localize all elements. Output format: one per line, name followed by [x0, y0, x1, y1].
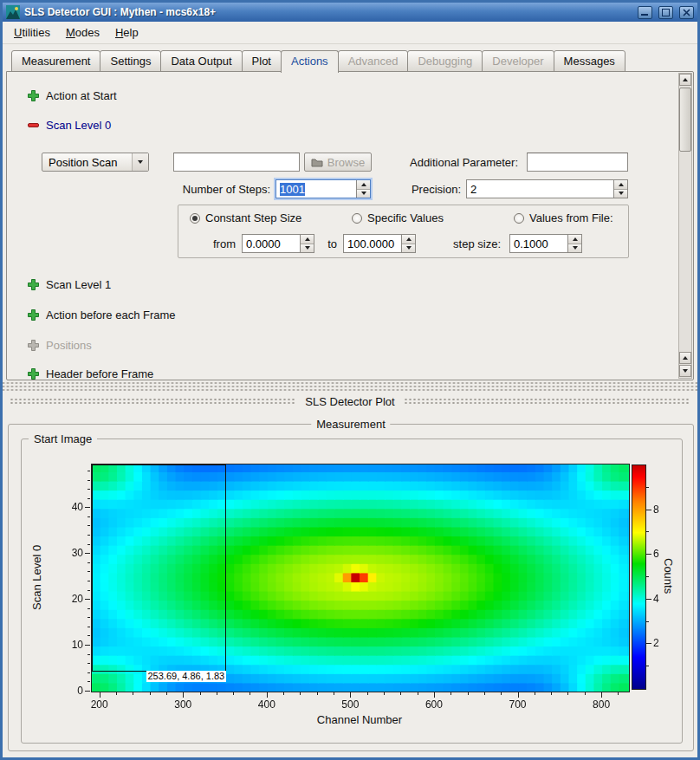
app-window: SLS Detector GUI : Mythen - mcs6x18+ Uti… — [0, 0, 700, 760]
y-minor-tick — [88, 635, 90, 636]
precision-label: Precision: — [383, 183, 461, 196]
from-spinbox[interactable]: 0.0000 — [242, 234, 314, 253]
expand-plus-icon[interactable] — [28, 90, 39, 101]
menu-modes[interactable]: Modes — [58, 23, 107, 42]
positions-label: Positions — [46, 339, 92, 352]
tab-actions[interactable]: Actions — [281, 50, 339, 73]
expand-plus-icon[interactable] — [28, 309, 39, 321]
scan-level-0-label[interactable]: Scan Level 0 — [46, 119, 111, 132]
x-minor-tick — [166, 692, 167, 695]
scan-level-0-row: Scan Level 0 — [28, 119, 111, 132]
tab-messages[interactable]: Messages — [554, 50, 625, 72]
scan-script-input[interactable] — [173, 153, 300, 172]
y-minor-tick — [88, 590, 90, 591]
additional-parameter-label: Additional Parameter: — [388, 156, 518, 169]
measurement-groupbox: Measurement Start Image Scan Level 0 253… — [8, 424, 694, 751]
spin-up-button[interactable] — [357, 180, 370, 189]
maximize-button[interactable] — [658, 6, 673, 19]
additional-parameter-input[interactable] — [527, 153, 628, 172]
splitter-handle[interactable] — [3, 381, 697, 392]
tab-settings[interactable]: Settings — [100, 50, 161, 72]
y-minor-tick — [88, 498, 90, 499]
x-tick — [350, 692, 351, 698]
scan-mode-select[interactable]: Position Scan — [42, 153, 149, 172]
scan-level-1-label[interactable]: Scan Level 1 — [46, 278, 111, 291]
scroll-up-button[interactable] — [679, 74, 691, 86]
spin-up-button[interactable] — [301, 235, 314, 244]
action-before-frame-row: Action before each Frame — [28, 309, 176, 322]
spin-down-button[interactable] — [402, 244, 415, 253]
spin-up-button[interactable] — [402, 235, 415, 244]
precision-spinbox[interactable]: 2 — [466, 179, 628, 198]
radio-dot[interactable] — [190, 213, 200, 224]
to-spinbox[interactable]: 100.0000 — [343, 234, 416, 253]
vertical-scrollbar[interactable] — [678, 73, 692, 379]
expand-plus-icon[interactable] — [28, 368, 39, 380]
x-tick-label: 600 — [419, 698, 449, 711]
expand-plus-icon[interactable] — [28, 279, 39, 290]
menu-utilities[interactable]: Utilities — [6, 23, 58, 42]
x-tick — [183, 692, 184, 698]
y-tick — [85, 599, 90, 600]
spin-down-button[interactable] — [357, 189, 370, 198]
scroll-up-button-2[interactable] — [679, 352, 691, 364]
x-minor-tick — [567, 692, 568, 695]
y-minor-tick — [88, 562, 90, 563]
y-axis-title: Scan Level 0 — [30, 464, 44, 691]
x-axis-title: Channel Number — [91, 713, 628, 726]
close-button[interactable] — [679, 6, 694, 19]
from-value[interactable]: 0.0000 — [243, 235, 300, 252]
y-minor-tick — [88, 681, 90, 682]
step-size-value[interactable]: 0.1000 — [510, 235, 567, 252]
colorbar-tick — [646, 510, 651, 510]
to-value[interactable]: 100.0000 — [344, 235, 401, 252]
spin-down-button[interactable] — [614, 189, 627, 198]
tab-measurement[interactable]: Measurement — [11, 50, 100, 72]
x-minor-tick — [551, 692, 552, 695]
y-tick — [85, 507, 90, 508]
actions-panel: Action at Start Scan Level 0 Position Sc… — [6, 71, 694, 380]
num-steps-spinbox[interactable]: 1001 — [275, 179, 371, 198]
action-before-frame-label[interactable]: Action before each Frame — [46, 309, 176, 322]
start-image-groupbox: Start Image Scan Level 0 253.69, 4.86, 1… — [21, 438, 683, 744]
x-minor-tick — [384, 692, 385, 695]
tab-plot[interactable]: Plot — [242, 50, 282, 72]
num-steps-label: Number of Steps: — [137, 183, 270, 196]
collapse-minus-icon[interactable] — [28, 120, 39, 131]
colorbar-tick-label: 8 — [653, 503, 671, 516]
to-label: to — [313, 237, 337, 250]
scan-level-1-row: Scan Level 1 — [28, 278, 111, 291]
chevron-down-icon[interactable] — [132, 153, 148, 171]
spin-down-button[interactable] — [301, 244, 314, 253]
radio-dot[interactable] — [514, 213, 524, 224]
colorbar-frame — [632, 464, 646, 690]
radio-values-from-file[interactable]: Values from File: — [514, 211, 613, 224]
radio-constant-step-size[interactable]: Constant Step Size — [190, 211, 301, 224]
scroll-thumb[interactable] — [679, 88, 691, 152]
heatmap-plot[interactable]: 253.69, 4.86, 1.83 — [91, 464, 630, 692]
plot-dock-title: SLS Detector Plot — [305, 395, 394, 408]
header-before-frame-label[interactable]: Header before Frame — [46, 367, 153, 380]
x-tick — [100, 692, 100, 698]
minimize-button[interactable] — [638, 6, 652, 19]
scroll-down-button[interactable] — [679, 365, 691, 377]
header-before-frame-row: Header before Frame — [28, 367, 153, 380]
spin-down-button[interactable] — [568, 244, 581, 253]
radio-dot[interactable] — [352, 213, 362, 224]
spin-up-button[interactable] — [568, 235, 581, 244]
plot-dock-titlebar[interactable]: SLS Detector Plot — [3, 392, 697, 411]
menu-help[interactable]: Help — [107, 23, 146, 42]
step-size-label: step size: — [438, 237, 501, 250]
y-minor-tick — [88, 544, 90, 545]
precision-value[interactable]: 2 — [467, 180, 613, 198]
colorbar-minor-tick — [646, 487, 649, 488]
radio-specific-values[interactable]: Specific Values — [352, 211, 444, 224]
action-item-label[interactable]: Action at Start — [46, 89, 117, 102]
num-steps-value[interactable]: 1001 — [280, 183, 305, 196]
step-size-spinbox[interactable]: 0.1000 — [509, 234, 582, 253]
spin-up-button[interactable] — [614, 180, 627, 189]
tab-data-output[interactable]: Data Output — [160, 50, 242, 72]
titlebar[interactable]: SLS Detector GUI : Mythen - mcs6x18+ — [3, 3, 697, 22]
x-minor-tick — [133, 692, 133, 695]
tracker-readout: 253.69, 4.86, 1.83 — [146, 671, 227, 682]
